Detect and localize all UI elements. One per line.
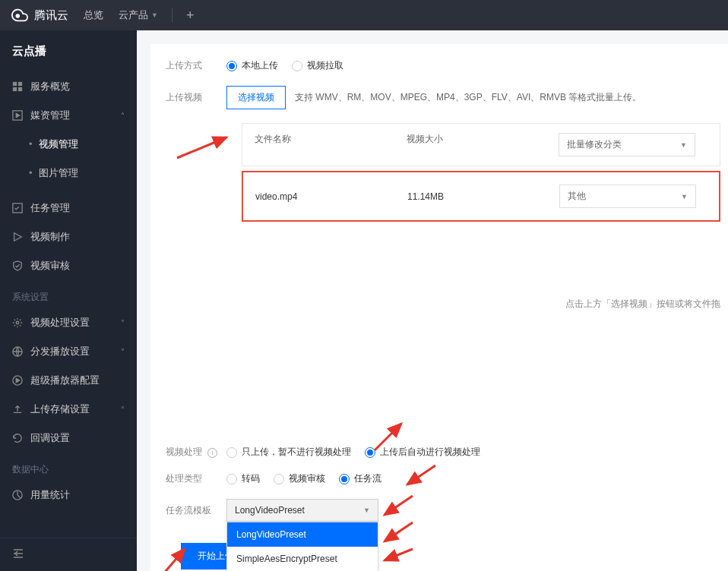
radio-audit[interactable]: 视频审核	[274, 472, 325, 485]
chevron-down-icon: ▼	[151, 11, 158, 19]
sidebar-item-usage-stats[interactable]: 用量统计	[0, 481, 137, 509]
sidebar-item-video-process[interactable]: 视频处理设置 ˅	[0, 308, 137, 337]
cell-filename: video.mp4	[255, 191, 407, 202]
sidebar-section-system: 系统设置	[0, 280, 137, 308]
play-box-icon	[12, 110, 23, 121]
grid-icon	[12, 81, 23, 92]
chevron-down-icon: ˅	[121, 319, 125, 327]
upload-icon	[12, 404, 23, 415]
svg-rect-4	[18, 87, 22, 91]
radio-circle-icon	[274, 474, 284, 484]
cloud-logo-icon	[11, 7, 28, 24]
top-header: 腾讯云 总览 云产品 ▼ +	[0, 0, 728, 30]
svg-rect-1	[13, 82, 17, 86]
svg-rect-2	[18, 82, 22, 86]
col-header-name: 文件名称	[255, 133, 407, 156]
table-body: video.mp4 11.14MB 其他 ▼	[242, 171, 720, 222]
radio-circle-icon	[365, 447, 375, 458]
collapse-sidebar-icon[interactable]	[12, 547, 24, 560]
video-table: 文件名称 视频大小 批量修改分类 ▼ video.mp4 11.14MB	[242, 123, 720, 222]
info-icon[interactable]: i	[207, 448, 217, 458]
radio-local-upload[interactable]: 本地上传	[226, 59, 278, 72]
row-upload-method: 上传方式 本地上传 视频拉取	[166, 59, 728, 72]
chevron-down-icon: ˅	[121, 348, 125, 356]
dropdown-option[interactable]: LongVideoPreset	[227, 522, 378, 547]
radio-circle-icon	[339, 474, 350, 484]
row-taskflow-template: 任务流模板 LongVideoPreset ▼ LongVideoPreset …	[166, 499, 728, 522]
add-tab-button[interactable]: +	[186, 8, 195, 24]
sidebar-item-upload-storage[interactable]: 上传存储设置 ˅	[0, 395, 137, 424]
table-header: 文件名称 视频大小 批量修改分类 ▼	[242, 123, 720, 166]
label-taskflow-template: 任务流模板	[166, 504, 226, 517]
upload-panel: 上传方式 本地上传 视频拉取 上传视频 选择视频 支持 WMV、RM、MOV、M…	[150, 44, 728, 571]
label-video-process: 视频处理 i	[166, 446, 226, 459]
play-icon	[12, 232, 23, 242]
sidebar-item-video-mgmt[interactable]: 视频管理	[0, 130, 137, 159]
taskflow-template-select[interactable]: LongVideoPreset ▼	[226, 499, 378, 522]
svg-point-7	[16, 321, 19, 324]
radio-taskflow[interactable]: 任务流	[339, 472, 381, 485]
taskflow-dropdown-menu: LongVideoPreset SimpleAesEncryptPreset	[226, 522, 378, 571]
svg-rect-3	[13, 87, 17, 91]
radio-circle-icon	[226, 61, 237, 71]
sidebar-item-video-produce[interactable]: 视频制作	[0, 222, 137, 251]
row-video-process: 视频处理 i 只上传，暂不进行视频处理 上传后自动进行视频处理	[166, 446, 728, 459]
chevron-up-icon: ˄	[121, 112, 125, 120]
select-video-button[interactable]: 选择视频	[226, 86, 286, 109]
col-header-size: 视频大小	[407, 133, 559, 156]
sidebar-item-callback[interactable]: 回调设置	[0, 424, 137, 453]
processing-section: 视频处理 i 只上传，暂不进行视频处理 上传后自动进行视频处理	[166, 446, 728, 569]
globe-icon	[12, 346, 23, 357]
sidebar-item-image-mgmt[interactable]: 图片管理	[0, 159, 137, 188]
gear-icon	[12, 317, 23, 328]
refresh-icon	[12, 433, 23, 443]
batch-category-select[interactable]: 批量修改分类 ▼	[559, 133, 695, 156]
svg-line-12	[177, 137, 226, 158]
radio-upload-only[interactable]: 只上传，暂不进行视频处理	[226, 446, 351, 459]
svg-point-0	[16, 14, 19, 17]
radio-circle-icon	[226, 447, 237, 458]
nav-divider	[172, 8, 173, 22]
annotation-arrow	[173, 131, 234, 162]
caret-down-icon: ▼	[680, 141, 687, 149]
row-process-type: 处理类型 转码 视频审核 任务流	[166, 472, 728, 485]
cell-size: 11.14MB	[407, 191, 559, 202]
sidebar-item-player-config[interactable]: 超级播放器配置	[0, 366, 137, 395]
caret-down-icon: ▼	[363, 506, 370, 514]
radio-video-pull[interactable]: 视频拉取	[292, 59, 343, 72]
chevron-down-icon: ˅	[121, 405, 125, 414]
format-hint: 支持 WMV、RM、MOV、MPEG、MP4、3GP、FLV、AVI、RMVB …	[295, 91, 641, 104]
radio-auto-process[interactable]: 上传后自动进行视频处理	[365, 446, 480, 459]
radio-circle-icon	[226, 474, 237, 484]
drop-hint: 点击上方「选择视频」按钮或将文件拖	[166, 298, 720, 311]
shield-check-icon	[12, 260, 23, 271]
sidebar-item-video-audit[interactable]: 视频审核	[0, 251, 137, 280]
main-content: 上传方式 本地上传 视频拉取 上传视频 选择视频 支持 WMV、RM、MOV、M…	[137, 30, 728, 571]
nav-products[interactable]: 云产品 ▼	[119, 8, 158, 22]
label-upload-video: 上传视频	[166, 91, 226, 104]
row-category-select[interactable]: 其他 ▼	[559, 185, 696, 208]
radio-transcode[interactable]: 转码	[226, 472, 260, 485]
caret-down-icon: ▼	[681, 193, 688, 200]
sidebar: 云点播 服务概览 媒资管理 ˄ 视频管理 图片管理 任务管理 视频制作 视频审核…	[0, 30, 137, 571]
nav-overview[interactable]: 总览	[84, 8, 103, 22]
sidebar-item-task-mgmt[interactable]: 任务管理	[0, 194, 137, 222]
sidebar-section-data: 数据中心	[0, 453, 137, 481]
sidebar-footer	[0, 538, 137, 571]
sidebar-title: 云点播	[0, 30, 137, 72]
radio-circle-icon	[292, 61, 302, 71]
sidebar-item-media-mgmt[interactable]: 媒资管理 ˄	[0, 101, 137, 130]
label-upload-method: 上传方式	[166, 59, 226, 72]
brand-logo[interactable]: 腾讯云	[11, 7, 68, 24]
row-upload-video: 上传视频 选择视频 支持 WMV、RM、MOV、MPEG、MP4、3GP、FLV…	[166, 86, 728, 109]
chart-icon	[12, 490, 23, 500]
table-row: video.mp4 11.14MB 其他 ▼	[243, 172, 719, 220]
sidebar-item-distribution[interactable]: 分发播放设置 ˅	[0, 337, 137, 366]
player-icon	[12, 375, 23, 386]
sidebar-item-service-overview[interactable]: 服务概览	[0, 72, 137, 101]
checklist-icon	[12, 203, 23, 213]
brand-name: 腾讯云	[34, 8, 68, 23]
label-process-type: 处理类型	[166, 472, 226, 485]
dropdown-option[interactable]: SimpleAesEncryptPreset	[227, 547, 378, 571]
